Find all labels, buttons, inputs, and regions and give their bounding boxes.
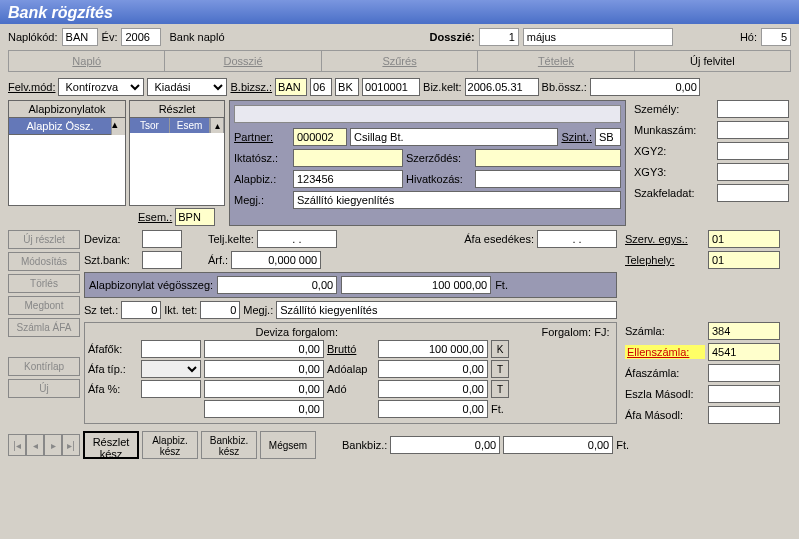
felvmod-select[interactable]: Kontírozva <box>58 78 144 96</box>
scroll-icon[interactable]: ▴ <box>210 118 224 133</box>
afaesedekes-label: Áfa esedékes: <box>464 233 534 245</box>
mid-empty-field[interactable] <box>234 105 621 123</box>
afafok-input[interactable] <box>141 340 201 358</box>
nav-prev-button[interactable]: ◂ <box>26 434 44 456</box>
bankbizkesz-button[interactable]: Bankbiz. kész <box>201 431 257 459</box>
bbossz-input[interactable] <box>590 78 700 96</box>
telephely-input[interactable] <box>708 251 780 269</box>
xgy3-input[interactable] <box>717 163 789 181</box>
szakfeladat-input[interactable] <box>717 184 789 202</box>
kontirlap-button[interactable]: Kontírlap <box>8 357 80 376</box>
vegosszeg-1[interactable] <box>217 276 337 294</box>
szamlaafa-button[interactable]: Számla ÁFA <box>8 318 80 337</box>
tab-naplo[interactable]: Napló <box>9 51 165 71</box>
ikttet-input[interactable] <box>200 301 240 319</box>
xgy2-input[interactable] <box>717 142 789 160</box>
honap-input[interactable] <box>523 28 673 46</box>
tab-dosszie[interactable]: Dosszié <box>165 51 321 71</box>
alapbiz-title: Alapbizonylatok <box>9 101 125 118</box>
modositas-button[interactable]: Módosítás <box>8 252 80 271</box>
arf-label: Árf.: <box>208 254 228 266</box>
sztet-input[interactable] <box>121 301 161 319</box>
munkaszam-input[interactable] <box>717 121 789 139</box>
megbont-button[interactable]: Megbont <box>8 296 80 315</box>
bankbiz-2[interactable] <box>503 436 613 454</box>
eszla-input[interactable] <box>708 385 780 403</box>
scroll-icon[interactable]: ▴ <box>111 118 125 135</box>
tab-szures[interactable]: Szűrés <box>322 51 478 71</box>
ho-label: Hó: <box>740 31 757 43</box>
bbizsz-label: B.bizsz.: <box>230 81 272 93</box>
afamasodl-input[interactable] <box>708 406 780 424</box>
forg-ado[interactable] <box>378 380 488 398</box>
nav-last-button[interactable]: ▸| <box>62 434 80 456</box>
forg-adoalap[interactable] <box>378 360 488 378</box>
fj-t2-button[interactable]: T <box>491 380 509 398</box>
afaesedekes-input[interactable] <box>537 230 617 248</box>
kiadasi-select[interactable]: Kiadási <box>147 78 227 96</box>
afaszamla-input[interactable] <box>708 364 780 382</box>
bizkelt-input[interactable] <box>465 78 539 96</box>
szemely-input[interactable] <box>717 100 789 118</box>
sztbank-input[interactable] <box>142 251 182 269</box>
vegosszeg-2[interactable] <box>341 276 491 294</box>
deviza-input[interactable] <box>142 230 182 248</box>
dev-adoalap[interactable] <box>204 360 324 378</box>
teljkelte-input[interactable] <box>257 230 337 248</box>
ft-label-2: Ft. <box>491 403 509 415</box>
nav-buttons: |◂ ◂ ▸ ▸| <box>8 434 80 456</box>
megsem-button[interactable]: Mégsem <box>260 431 316 459</box>
alapbiz-input[interactable] <box>293 170 403 188</box>
forgalom-label: Forgalom: <box>521 326 591 338</box>
afapct-input[interactable] <box>141 380 201 398</box>
szint-label: Szint.: <box>561 131 592 143</box>
bbizsz-4[interactable] <box>362 78 420 96</box>
bbizsz-1[interactable] <box>275 78 307 96</box>
partner-code[interactable] <box>293 128 347 146</box>
megj2-input[interactable] <box>276 301 617 319</box>
reszletkesz-button[interactable]: Részlet kész <box>83 431 139 459</box>
naplokod-label: Naplókód: <box>8 31 58 43</box>
torles-button[interactable]: Törlés <box>8 274 80 293</box>
uj-button[interactable]: Új <box>8 379 80 398</box>
ellenszamla-input[interactable] <box>708 343 780 361</box>
bbizsz-2[interactable] <box>310 78 332 96</box>
iktatosz-input[interactable] <box>293 149 403 167</box>
bbossz-label: Bb.össz.: <box>542 81 587 93</box>
ho-input[interactable] <box>761 28 791 46</box>
dev-sum[interactable] <box>204 400 324 418</box>
afamasodl-label: Áfa Másodl: <box>625 409 705 421</box>
szamla-input[interactable] <box>708 322 780 340</box>
szint-input[interactable] <box>595 128 621 146</box>
forconst-sum[interactable] <box>378 400 488 418</box>
bbizsz-3[interactable] <box>335 78 359 96</box>
nav-first-button[interactable]: |◂ <box>8 434 26 456</box>
dev-brutto[interactable] <box>204 340 324 358</box>
fj-k-button[interactable]: K <box>491 340 509 358</box>
nav-next-button[interactable]: ▸ <box>44 434 62 456</box>
tab-tetelek[interactable]: Tételek <box>478 51 634 71</box>
naplokod-input[interactable] <box>62 28 98 46</box>
hivatkozas-input[interactable] <box>475 170 621 188</box>
xgy3-label: XGY3: <box>634 166 714 178</box>
tab-ujfelvitel[interactable]: Új felvitel <box>635 51 790 71</box>
esem-input[interactable] <box>175 208 215 226</box>
afatip-select[interactable] <box>141 360 201 378</box>
forg-brutto[interactable] <box>378 340 488 358</box>
iktatosz-label: Iktatósz.: <box>234 152 290 164</box>
alapbizkesz-button[interactable]: Alapbiz. kész <box>142 431 198 459</box>
ujreszlet-button[interactable]: Új részlet <box>8 230 80 249</box>
alapbiz-grid[interactable]: Alapbizonylatok Alapbiz Össz.▴ <box>8 100 126 206</box>
arf-input[interactable] <box>231 251 321 269</box>
megj-input[interactable] <box>293 191 621 209</box>
reszlet-grid[interactable]: Részlet Tsor Esem ▴ <box>129 100 225 206</box>
fj-t1-button[interactable]: T <box>491 360 509 378</box>
dosszie-input[interactable] <box>479 28 519 46</box>
szemely-label: Személy: <box>634 103 714 115</box>
bankbiz-1[interactable] <box>390 436 500 454</box>
szervegys-input[interactable] <box>708 230 780 248</box>
szerzodes-input[interactable] <box>475 149 621 167</box>
dev-ado[interactable] <box>204 380 324 398</box>
partner-name[interactable] <box>350 128 558 146</box>
ev-input[interactable] <box>121 28 161 46</box>
